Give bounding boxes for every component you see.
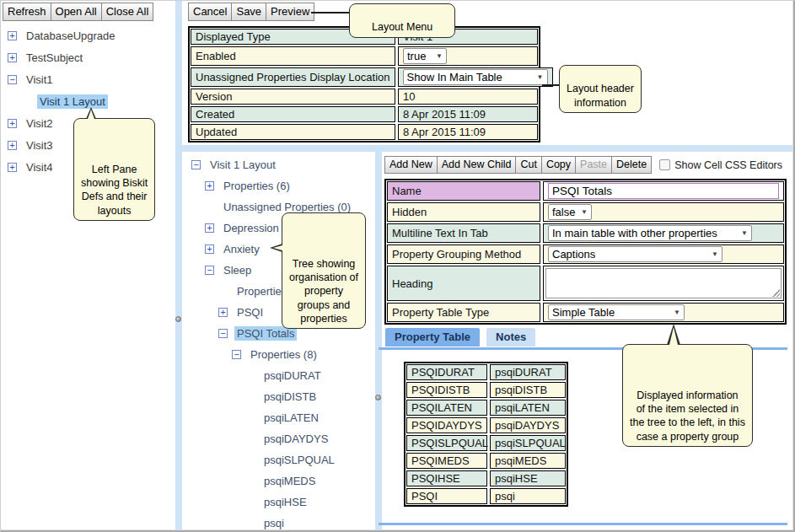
property-caption-cell: PSQIHSE bbox=[406, 470, 487, 486]
layout-item-psqidaydys[interactable]: psqiDAYDYS bbox=[188, 428, 369, 449]
header-row-value: true▼ bbox=[398, 46, 538, 66]
editor-cut-button[interactable]: Cut bbox=[515, 156, 541, 174]
tree-item-label: Depression bbox=[221, 221, 282, 235]
collapse-icon[interactable]: − bbox=[205, 266, 214, 275]
layout-cancel-button[interactable]: Cancel bbox=[188, 3, 232, 21]
property-name-cell: psqiMEDS bbox=[490, 453, 566, 469]
name-label: Name bbox=[387, 181, 540, 201]
expand-icon[interactable]: + bbox=[8, 163, 17, 172]
form-row: Property Table TypeSimple Table▼ bbox=[387, 303, 784, 322]
property-group-form: NameHiddenfalse▼Multiline Text In TabIn … bbox=[384, 179, 787, 325]
layout-item-psqi[interactable]: psqi bbox=[188, 513, 369, 532]
dropdown-select[interactable]: Captions▼ bbox=[548, 246, 722, 262]
collapse-icon[interactable]: − bbox=[232, 350, 241, 359]
editor-paste-button[interactable]: Paste bbox=[575, 156, 612, 174]
expand-icon[interactable]: + bbox=[205, 223, 214, 233]
tree-open-all-button[interactable]: Open All bbox=[51, 3, 102, 21]
layout-item-psqidistb[interactable]: psqiDISTB bbox=[188, 386, 369, 407]
multiline-text-in-tab-value: In main table with other properties▼ bbox=[543, 223, 784, 243]
dropdown-select[interactable]: Show In Main Table▼ bbox=[403, 69, 548, 85]
tree-item-label: Visit 1 Layout bbox=[207, 158, 278, 172]
layout-save-button[interactable]: Save bbox=[231, 3, 266, 21]
hidden-label: Hidden bbox=[387, 202, 540, 222]
property-name-cell: psqiLATEN bbox=[490, 400, 566, 416]
property-table-type-label: Property Table Type bbox=[387, 303, 540, 322]
property-table-type-value: Simple Table▼ bbox=[543, 303, 784, 322]
dropdown-select[interactable]: false▼ bbox=[548, 204, 592, 220]
callout-left-pane: Left Pane showing Biskit Defs and their … bbox=[73, 118, 155, 221]
select-value: true bbox=[407, 50, 426, 62]
heading-textarea[interactable] bbox=[545, 268, 782, 298]
tab-notes[interactable]: Notes bbox=[486, 328, 535, 347]
header-row-label: Updated bbox=[191, 124, 395, 140]
left-splitter[interactable] bbox=[175, 1, 182, 531]
callout-header-info: Layout header information bbox=[559, 65, 642, 113]
chevron-down-icon: ▼ bbox=[712, 250, 718, 258]
editor-delete-button[interactable]: Delete bbox=[611, 156, 652, 174]
chevron-down-icon: ▼ bbox=[537, 73, 544, 81]
property-caption-cell: PSQIDISTB bbox=[406, 382, 487, 398]
callout-text: Displayed information of the item select… bbox=[630, 390, 745, 443]
collapse-icon[interactable]: − bbox=[8, 75, 17, 84]
tab-panel-bottom-border bbox=[379, 523, 787, 525]
layout-item-psqilaten[interactable]: psqiLATEN bbox=[188, 407, 369, 428]
property-name-cell: psqiDURAT bbox=[490, 364, 566, 380]
property-caption-cell: PSQIDURAT bbox=[406, 364, 487, 380]
property-caption-cell: PSQIDAYDYS bbox=[406, 417, 487, 433]
collapse-icon[interactable]: − bbox=[218, 329, 228, 338]
header-row-label: Enabled bbox=[191, 46, 395, 66]
layout-item-psqislpqual[interactable]: psqiSLPQUAL bbox=[188, 449, 369, 470]
property-grouping-method-label: Property Grouping Method bbox=[387, 245, 540, 264]
layout-preview-button[interactable]: Preview bbox=[266, 3, 314, 21]
callout-text: Left Pane showing Biskit Defs and their … bbox=[81, 164, 148, 217]
editor-add-new-button[interactable]: Add New bbox=[384, 156, 438, 174]
dropdown-select[interactable]: Simple Table▼ bbox=[548, 304, 685, 320]
property-table-row: PSQIpsqi bbox=[406, 488, 566, 504]
tree-item-label: psqiDAYDYS bbox=[261, 432, 330, 446]
header-row-label: Version bbox=[191, 89, 395, 105]
tree-item-label: TestSubject bbox=[24, 51, 85, 65]
expand-icon[interactable]: + bbox=[8, 119, 17, 128]
form-row: Multiline Text In TabIn main table with … bbox=[387, 223, 784, 243]
callout-pointer-fill bbox=[88, 110, 94, 119]
tree-item-label: Visit3 bbox=[24, 138, 56, 153]
layout-menu-toolbar: CancelSavePreview bbox=[188, 3, 314, 21]
editor-copy-button[interactable]: Copy bbox=[541, 156, 576, 174]
tree-item-label: psqiDISTB bbox=[261, 390, 319, 404]
show-cell-css-editors-checkbox[interactable] bbox=[659, 159, 670, 170]
header-row-value: 10 bbox=[398, 89, 538, 105]
resize-grip-icon[interactable] bbox=[772, 289, 780, 297]
tree-refresh-button[interactable]: Refresh bbox=[3, 3, 51, 21]
tree-item-label: psqiMEDS bbox=[261, 474, 318, 488]
tab-property-table[interactable]: Property Table bbox=[385, 328, 480, 347]
header-row-label: Created bbox=[191, 106, 395, 122]
layout-item-psqihse[interactable]: psqiHSE bbox=[188, 492, 369, 513]
expand-icon[interactable]: + bbox=[205, 181, 214, 191]
biskit-item-databaseupgrade[interactable]: +DatabaseUpgrade bbox=[3, 24, 171, 46]
collapse-icon[interactable]: − bbox=[191, 160, 201, 169]
expand-icon[interactable]: + bbox=[205, 245, 214, 254]
dropdown-select[interactable]: In main table with other properties▼ bbox=[548, 225, 752, 241]
callout-pointer-fill bbox=[669, 327, 678, 345]
property-name-cell: psqi bbox=[490, 488, 566, 504]
tree-item-label: psqiDURAT bbox=[261, 368, 324, 383]
layout-item-properties-8[interactable]: −Properties (8) bbox=[188, 344, 369, 365]
layout-item-psqidurat[interactable]: psqiDURAT bbox=[188, 365, 369, 386]
layout-item-visit-1-layout[interactable]: −Visit 1 Layout bbox=[188, 154, 369, 175]
right-splitter-knob-icon[interactable] bbox=[375, 395, 381, 400]
layout-item-properties-6[interactable]: +Properties (6) bbox=[188, 175, 369, 196]
biskit-item-testsubject[interactable]: +TestSubject bbox=[3, 46, 171, 68]
expand-icon[interactable]: + bbox=[8, 31, 17, 40]
expand-icon[interactable]: + bbox=[8, 141, 17, 150]
left-splitter-knob-icon[interactable] bbox=[175, 316, 181, 322]
tree-item-label: Properties (8) bbox=[248, 347, 320, 362]
biskit-item-visit1[interactable]: −Visit1 bbox=[3, 68, 171, 90]
expand-icon[interactable]: + bbox=[218, 308, 228, 317]
horizontal-splitter[interactable] bbox=[182, 145, 794, 152]
dropdown-select[interactable]: true▼ bbox=[403, 48, 447, 64]
expand-icon[interactable]: + bbox=[8, 53, 17, 62]
name-input[interactable] bbox=[548, 183, 779, 199]
tree-close-all-button[interactable]: Close All bbox=[101, 3, 154, 21]
editor-add-new-child-button[interactable]: Add New Child bbox=[437, 156, 517, 174]
layout-item-psqimeds[interactable]: psqiMEDS bbox=[188, 470, 369, 492]
